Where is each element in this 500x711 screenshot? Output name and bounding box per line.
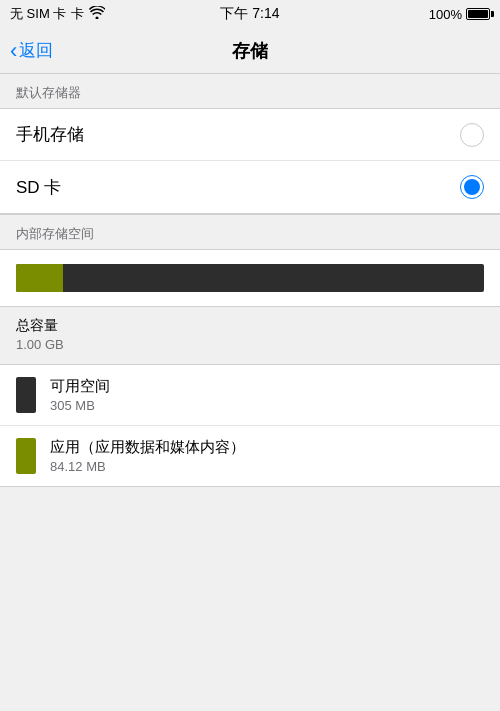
sd-card-label: SD 卡 [16, 176, 61, 199]
storage-bar-used [16, 264, 63, 292]
back-chevron-icon: ‹ [10, 40, 17, 62]
phone-storage-option[interactable]: 手机存储 [0, 109, 500, 161]
legend-text-available: 可用空间 305 MB [50, 377, 110, 413]
status-bar-time: 下午 7:14 [220, 5, 279, 23]
battery-icon [466, 8, 490, 20]
legend-color-apps [16, 438, 36, 474]
back-button[interactable]: ‹ 返回 [10, 39, 53, 62]
sd-card-option[interactable]: SD 卡 [0, 161, 500, 213]
sd-card-radio[interactable] [460, 175, 484, 199]
legend-text-apps: 应用（应用数据和媒体内容） 84.12 MB [50, 438, 245, 474]
legend-color-available [16, 377, 36, 413]
sim-icon: 卡 [71, 5, 84, 23]
legend-name-available: 可用空间 [50, 377, 110, 396]
status-bar-left: 无 SIM 卡 卡 [10, 5, 105, 23]
capacity-label: 总容量 [16, 317, 484, 335]
internal-storage-header: 内部存储空间 [0, 214, 500, 249]
page-title: 存储 [232, 39, 268, 63]
legend-size-available: 305 MB [50, 398, 110, 413]
legend-size-apps: 84.12 MB [50, 459, 245, 474]
back-label: 返回 [19, 39, 53, 62]
storage-legend-group: 可用空间 305 MB 应用（应用数据和媒体内容） 84.12 MB [0, 364, 500, 487]
battery-percent: 100% [429, 7, 462, 22]
storage-bar-container [0, 249, 500, 307]
capacity-value: 1.00 GB [16, 337, 484, 352]
status-bar: 无 SIM 卡 卡 下午 7:14 100% [0, 0, 500, 28]
storage-bar [16, 264, 484, 292]
legend-name-apps: 应用（应用数据和媒体内容） [50, 438, 245, 457]
status-bar-right: 100% [429, 7, 490, 22]
nav-bar: ‹ 返回 存储 [0, 28, 500, 74]
default-storage-header: 默认存储器 [0, 74, 500, 108]
legend-item-apps: 应用（应用数据和媒体内容） 84.12 MB [0, 426, 500, 487]
phone-storage-label: 手机存储 [16, 123, 84, 146]
capacity-section: 总容量 1.00 GB [0, 307, 500, 356]
carrier-text: 无 SIM 卡 [10, 5, 66, 23]
radio-selected-dot [464, 179, 480, 195]
storage-options-list: 手机存储 SD 卡 [0, 108, 500, 214]
legend-item-available: 可用空间 305 MB [0, 365, 500, 426]
phone-storage-radio[interactable] [460, 123, 484, 147]
wifi-icon [89, 6, 105, 22]
